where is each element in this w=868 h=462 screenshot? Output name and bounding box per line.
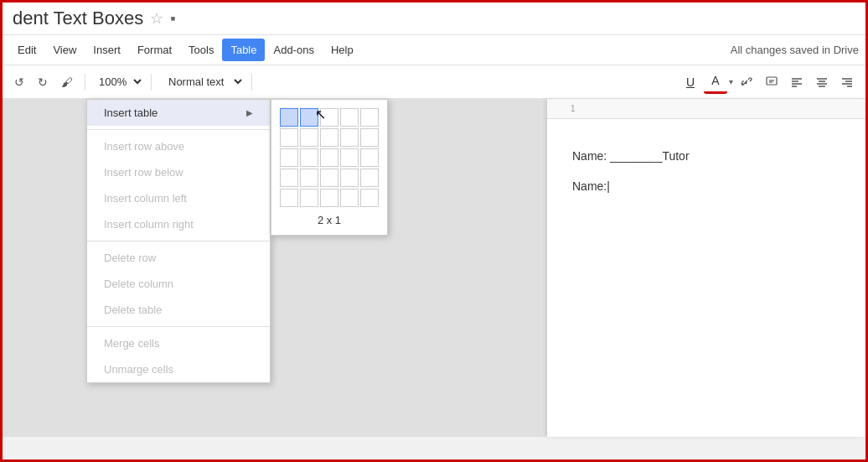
insert-table-submenu: 2 x 1 ↖ <box>271 99 388 236</box>
document-title: dent Text Boxes <box>13 8 143 29</box>
dropdown-separator-3 <box>87 326 270 327</box>
grid-cell[interactable] <box>320 128 338 147</box>
align-left-button[interactable] <box>785 70 809 94</box>
grid-cell[interactable] <box>300 108 318 127</box>
main-content: Insert table ▶ Insert row above Insert r… <box>3 99 865 437</box>
grid-cell[interactable] <box>280 108 298 127</box>
toolbar-separator-3 <box>251 74 252 91</box>
menu-format[interactable]: Format <box>129 39 180 61</box>
toolbar-separator-2 <box>151 74 152 91</box>
grid-cell[interactable] <box>280 128 298 147</box>
menu-table[interactable]: Table <box>222 39 265 61</box>
merge-cells-label: Merge cells <box>104 337 159 350</box>
grid-cell[interactable] <box>280 169 298 187</box>
insert-row-below-label: Insert row below <box>104 166 183 179</box>
merge-cells-item: Merge cells <box>87 330 270 356</box>
title-bar: dent Text Boxes ☆ ▪ <box>3 3 865 35</box>
dropdown-separator-1 <box>87 129 270 130</box>
menu-help[interactable]: Help <box>323 39 362 61</box>
submenu-arrow: ▶ <box>246 108 253 117</box>
unmerge-cells-label: Unmarge cells <box>104 363 173 376</box>
insert-row-above-label: Insert row above <box>104 140 184 153</box>
unmerge-cells-item: Unmarge cells <box>87 356 270 382</box>
insert-table-item[interactable]: Insert table ▶ <box>87 100 270 126</box>
drive-status: All changes saved in Drive <box>731 44 859 56</box>
underline-button[interactable]: U <box>679 70 702 94</box>
dropdown-overlay: Insert table ▶ Insert row above Insert r… <box>3 99 865 437</box>
document-area: Insert table ▶ Insert row above Insert r… <box>3 99 865 437</box>
link-button[interactable] <box>735 70 758 94</box>
delete-col-item: Delete column <box>87 271 270 297</box>
grid-cell[interactable] <box>280 189 298 207</box>
menu-bar: Edit View Insert Format Tools Table Add-… <box>3 35 865 65</box>
grid-cell[interactable] <box>360 189 379 207</box>
grid-cell[interactable] <box>300 148 318 167</box>
toolbar: ↺ ↻ 🖌 100% Normal text U A ▾ <box>3 65 865 99</box>
menu-view[interactable]: View <box>44 39 85 61</box>
grid-cell[interactable] <box>320 189 338 207</box>
style-select[interactable]: Normal text <box>158 73 245 91</box>
insert-row-above-item: Insert row above <box>87 133 270 159</box>
grid-cell[interactable] <box>360 128 379 147</box>
delete-table-label: Delete table <box>104 304 162 316</box>
menu-edit[interactable]: Edit <box>9 39 44 61</box>
toolbar-right: U A ▾ <box>679 70 859 94</box>
grid-cell[interactable] <box>340 148 359 167</box>
grid-cell[interactable] <box>320 108 338 127</box>
align-right-button[interactable] <box>835 70 859 94</box>
menu-insert[interactable]: Insert <box>85 39 129 61</box>
delete-row-label: Delete row <box>104 252 156 264</box>
menu-addons[interactable]: Add-ons <box>265 39 322 61</box>
comment-button[interactable] <box>760 70 783 94</box>
grid-cell[interactable] <box>340 169 359 187</box>
grid-cell[interactable] <box>320 169 338 187</box>
insert-col-right-label: Insert column right <box>104 218 194 231</box>
grid-cell[interactable] <box>300 169 318 187</box>
dropdown-separator-2 <box>87 241 270 241</box>
grid-cell[interactable] <box>360 148 379 167</box>
insert-col-left-item: Insert column left <box>87 185 270 211</box>
insert-col-left-label: Insert column left <box>104 192 187 205</box>
delete-row-item: Delete row <box>87 245 270 271</box>
delete-col-label: Delete column <box>104 278 173 290</box>
grid-cell[interactable] <box>280 148 298 167</box>
insert-col-right-item: Insert column right <box>87 211 270 237</box>
grid-cell[interactable] <box>360 108 379 127</box>
grid-cell[interactable] <box>340 108 359 127</box>
font-color-arrow[interactable]: ▾ <box>729 77 733 86</box>
menu-tools[interactable]: Tools <box>180 39 222 61</box>
grid-cell[interactable] <box>340 189 359 207</box>
star-icon[interactable]: ☆ <box>150 9 163 28</box>
grid-cell[interactable] <box>300 128 318 147</box>
folder-icon[interactable]: ▪ <box>170 10 175 28</box>
insert-table-label: Insert table <box>104 106 158 119</box>
grid-cell[interactable] <box>360 169 379 187</box>
delete-table-item: Delete table <box>87 297 270 323</box>
grid-cell[interactable] <box>300 189 318 207</box>
grid-cell[interactable] <box>340 128 359 147</box>
grid-cell[interactable] <box>320 148 338 167</box>
undo-button[interactable]: ↺ <box>9 72 29 92</box>
align-center-button[interactable] <box>810 70 834 94</box>
table-menu-dropdown: Insert table ▶ Insert row above Insert r… <box>86 99 271 383</box>
insert-row-below-item: Insert row below <box>87 159 270 185</box>
table-grid[interactable] <box>280 108 379 207</box>
zoom-select[interactable]: 100% <box>92 73 144 91</box>
redo-button[interactable]: ↻ <box>33 72 53 92</box>
toolbar-separator-1 <box>85 74 85 91</box>
paint-format-button[interactable]: 🖌 <box>56 72 78 92</box>
grid-size-label: 2 x 1 <box>280 214 379 226</box>
font-color-button[interactable]: A <box>704 70 727 94</box>
